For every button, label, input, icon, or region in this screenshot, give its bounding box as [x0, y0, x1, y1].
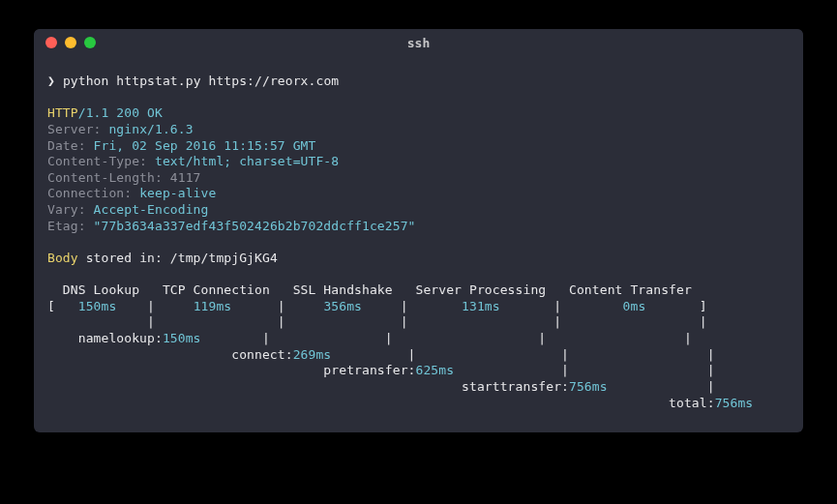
status-http: HTTP [47, 105, 78, 120]
starttransfer-label: starttransfer: [47, 379, 569, 394]
body-path: stored in: /tmp/tmpjGjKG4 [78, 251, 278, 265]
transfer-value: 0ms [623, 299, 646, 313]
starttransfer-value: 756ms [569, 379, 608, 394]
hdr-ctype-label: Content-Type: [47, 154, 155, 168]
ssl-value: 356ms [323, 299, 362, 313]
terminal-window: ssh ❯ python httpstat.py https://reorx.c… [34, 29, 803, 432]
timing-header: DNS Lookup TCP Connection SSL Handshake … [47, 282, 692, 297]
prompt-symbol: ❯ [47, 74, 55, 88]
dns-value: 150ms [78, 299, 117, 313]
hdr-date-label: Date: [47, 138, 94, 153]
hdr-conn-label: Connection: [47, 186, 139, 200]
pretransfer-value: 625ms [415, 363, 454, 377]
pretransfer-label: pretransfer: [47, 363, 415, 377]
window-controls [34, 37, 96, 48]
hdr-vary-value: Accept-Encoding [94, 202, 209, 217]
hdr-conn-value: keep-alive [139, 186, 216, 200]
status-rest: /1.1 200 OK [78, 105, 163, 120]
connect-value: 269ms [293, 347, 332, 362]
bar-line: | | | | | [47, 314, 707, 329]
hdr-server-value: nginx/1.6.3 [108, 122, 193, 136]
hdr-server-label: Server: [47, 122, 108, 136]
row-close: ] [645, 299, 706, 313]
total-value: 756ms [715, 396, 754, 410]
titlebar: ssh [34, 29, 803, 56]
total-label: total: [47, 396, 715, 410]
hdr-vary-label: Vary: [47, 202, 94, 217]
row-open: [ [47, 299, 78, 313]
close-icon[interactable] [45, 37, 57, 48]
command-line: python httpstat.py https://reorx.com [63, 74, 339, 88]
tcp-value: 119ms [194, 299, 232, 313]
body-label: Body [47, 251, 78, 265]
zoom-icon[interactable] [84, 37, 96, 48]
hdr-etag-value: "77b3634a337edf43f502426b2b702ddcff1ce25… [94, 219, 416, 233]
namelookup-label: namelookup: [47, 331, 163, 345]
hdr-clen: Content-Length: 4117 [47, 170, 201, 185]
connect-label: connect: [47, 347, 293, 362]
hdr-ctype-value: text/html; charset=UTF-8 [155, 154, 339, 168]
namelookup-value: 150ms [163, 331, 201, 345]
terminal-body[interactable]: ❯ python httpstat.py https://reorx.com H… [34, 56, 803, 432]
hdr-etag-label: Etag: [47, 219, 94, 233]
minimize-icon[interactable] [65, 37, 76, 48]
server-value: 131ms [462, 299, 500, 313]
hdr-date-value: Fri, 02 Sep 2016 11:15:57 GMT [94, 138, 316, 153]
window-title: ssh [34, 36, 803, 50]
